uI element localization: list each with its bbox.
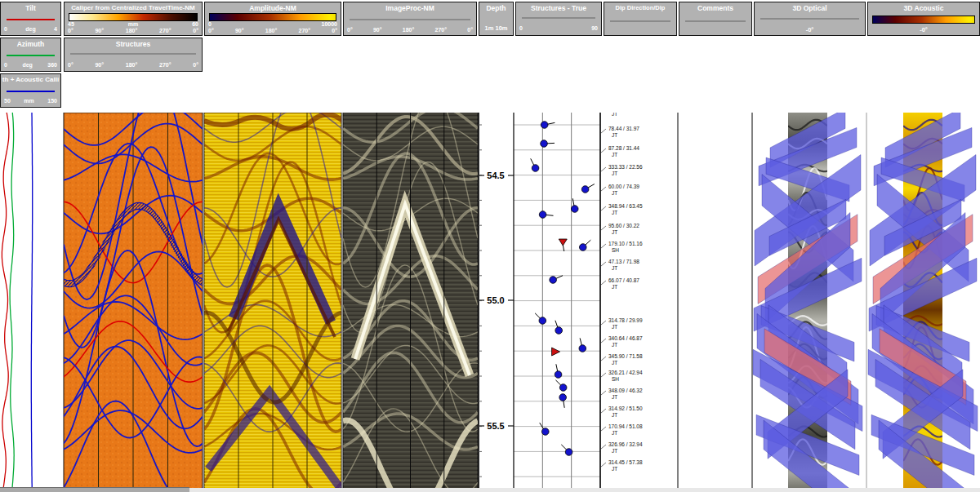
- svg-text:66.07 / 40.87: 66.07 / 40.87: [608, 277, 639, 283]
- comments-scale-line: [685, 20, 746, 22]
- svg-text:47.13 / 71.98: 47.13 / 71.98: [608, 259, 639, 264]
- svg-text:326.96 / 32.94: 326.96 / 32.94: [608, 441, 643, 447]
- depth-label: 54.5: [487, 171, 504, 180]
- azimuth-unit: deg: [22, 62, 32, 68]
- dip-annotation: 345.90 / 71.58JT: [601, 353, 643, 366]
- tilt-unit: deg: [25, 26, 35, 32]
- header-3d-acoustic[interactable]: 3D Acoustic -0°: [867, 2, 980, 36]
- acoustic3d-colorbar: [872, 16, 975, 24]
- depth-label: 55.0: [487, 295, 504, 305]
- well-log-viewer: Tilt 0 deg 4 Caliper from Centralized Tr…: [0, 0, 980, 492]
- svg-text:JT: JT: [612, 210, 617, 215]
- caliper-min: 45: [68, 21, 74, 27]
- svg-text:78.44 / 31.97: 78.44 / 31.97: [608, 126, 639, 131]
- svg-text:314.45 / 57.38: 314.45 / 57.38: [608, 459, 643, 465]
- acoustic-caliper-scale-line: [7, 91, 55, 92]
- header-structures-true[interactable]: Structures - True 0 90: [515, 2, 602, 36]
- structures-title: Structures: [65, 40, 202, 48]
- svg-text:95.60 / 30.22: 95.60 / 30.22: [608, 223, 639, 228]
- header-3d-optical[interactable]: 3D Optical -0°: [754, 2, 866, 36]
- dip-annotation: 340.64 / 46.87JT: [601, 335, 643, 348]
- header-caliper[interactable]: Caliper from Centralized TravelTime-NM 4…: [64, 2, 203, 36]
- svg-text:170.94 / 51.08: 170.94 / 51.08: [608, 423, 643, 429]
- header-comments[interactable]: Comments: [679, 2, 752, 36]
- svg-text:JT: JT: [612, 412, 617, 418]
- svg-text:JT: JT: [612, 152, 617, 157]
- svg-text:SH: SH: [612, 247, 619, 253]
- optical3d-scale-line: [760, 18, 859, 20]
- amplitude-colorbar: [209, 13, 336, 21]
- azimuth-scale-line: [7, 55, 55, 56]
- amplitude-deg-270: 270°: [299, 28, 310, 33]
- track-caliper-image[interactable]: [64, 113, 203, 492]
- header-amplitude[interactable]: Amplitude-NM 0 10000 0° 90° 180° 270° 0°: [204, 2, 341, 36]
- horizontal-scrollbar[interactable]: [0, 487, 189, 492]
- imageproc-scale-line: [350, 19, 470, 20]
- track-structures-true[interactable]: [514, 113, 600, 492]
- structures-deg-0: 0°: [68, 62, 74, 68]
- track-3d-acoustic[interactable]: [868, 113, 978, 492]
- acoustic-caliper-max: 150: [47, 98, 57, 104]
- header-depth[interactable]: Depth 1m 10m: [479, 2, 514, 36]
- curve-tilt: [2, 113, 9, 490]
- azimuth-title: Azimuth: [1, 40, 60, 48]
- curve-acoustic-caliper: [31, 113, 32, 490]
- dip-annotation: 333.33 / 22.56JT: [601, 164, 643, 176]
- svg-text:326.21 / 42.94: 326.21 / 42.94: [608, 370, 643, 375]
- imageproc-deg-270: 270°: [435, 27, 447, 33]
- svg-text:340.64 / 46.87: 340.64 / 46.87: [608, 335, 643, 341]
- svg-text:JT: JT: [612, 324, 617, 330]
- track-dip-direction[interactable]: JT78.44 / 31.97JT87.28 / 31.44JT333.33 /…: [600, 113, 678, 492]
- track-3d-optical[interactable]: [753, 113, 866, 492]
- header-azimuth[interactable]: Azimuth 0 deg 360: [0, 38, 61, 72]
- amplitude-min: 0: [208, 21, 212, 27]
- header-structures[interactable]: Structures 0° 90° 180° 270° 0°: [64, 38, 203, 72]
- acoustic-caliper-unit: mm: [24, 98, 33, 104]
- caliper-unit: mm: [128, 21, 138, 27]
- caliper-deg-0: 0°: [68, 28, 74, 33]
- svg-text:JT: JT: [612, 132, 617, 138]
- acoustic-caliper-min: 50: [4, 98, 11, 104]
- dip-annotation: 47.13 / 71.98JT: [601, 259, 639, 271]
- azimuth-max: 360: [47, 62, 57, 68]
- svg-text:348.94 / 63.45: 348.94 / 63.45: [608, 203, 643, 209]
- dip-annotation: 314.78 / 29.99JT: [601, 317, 643, 330]
- caliper-deg-270: 270°: [159, 28, 171, 33]
- track-depth[interactable]: 54.555.055.5: [479, 113, 514, 492]
- svg-text:JT: JT: [612, 394, 617, 400]
- dip-annotation: 87.28 / 31.44JT: [601, 145, 639, 157]
- log-tracks-stage[interactable]: 54.555.055.5JT78.44 / 31.97JT87.28 / 31.…: [0, 113, 980, 492]
- header-imageproc[interactable]: ImageProc-NM 0° 90° 180° 270° 0°: [343, 2, 477, 36]
- structures-true-min: 0: [519, 25, 523, 31]
- dip-annotation: 60.00 / 74.39JT: [601, 184, 639, 196]
- track-imageproc-image[interactable]: [343, 113, 478, 492]
- acoustic3d-angle: -0°: [868, 26, 979, 33]
- imageproc-title: ImageProc-NM: [344, 4, 476, 12]
- dip-annotation: 348.09 / 46.32JT: [601, 388, 643, 400]
- structures-deg-360: 0°: [193, 62, 198, 68]
- dip-annotation: JT: [612, 113, 617, 117]
- dip-direction-scale-line: [610, 20, 670, 22]
- amplitude-deg-0: 0°: [208, 28, 214, 33]
- track-tilt-azimuth-caliper[interactable]: [2, 113, 32, 490]
- curve-azimuth: [10, 113, 14, 490]
- track-amplitude-image[interactable]: [204, 113, 348, 492]
- tilt-scale-line: [7, 19, 55, 20]
- structures-scale-line: [70, 53, 196, 55]
- svg-text:JT: JT: [612, 448, 617, 454]
- svg-text:345.90 / 71.58: 345.90 / 71.58: [608, 353, 643, 359]
- header-dip-direction[interactable]: Dip Direction/Dip: [604, 2, 677, 36]
- svg-text:60.00 / 74.39: 60.00 / 74.39: [608, 184, 639, 189]
- svg-text:JT: JT: [612, 229, 617, 235]
- structures-deg-270: 270°: [159, 62, 171, 68]
- dip-annotation: 66.07 / 40.87JT: [601, 277, 639, 290]
- optical3d-title: 3D Optical: [755, 4, 865, 12]
- svg-text:JT: JT: [612, 466, 617, 472]
- header-acoustic-caliper[interactable]: th + Acoustic Calli 50 mm 150: [0, 73, 61, 108]
- acoustic3d-title: 3D Acoustic: [868, 4, 979, 12]
- caliper-deg-180: 180°: [126, 28, 137, 33]
- svg-text:333.33 / 22.56: 333.33 / 22.56: [608, 164, 643, 170]
- header-tilt[interactable]: Tilt 0 deg 4: [0, 2, 61, 36]
- dip-annotation: 314.45 / 57.38JT: [601, 459, 643, 472]
- svg-text:JT: JT: [612, 342, 617, 348]
